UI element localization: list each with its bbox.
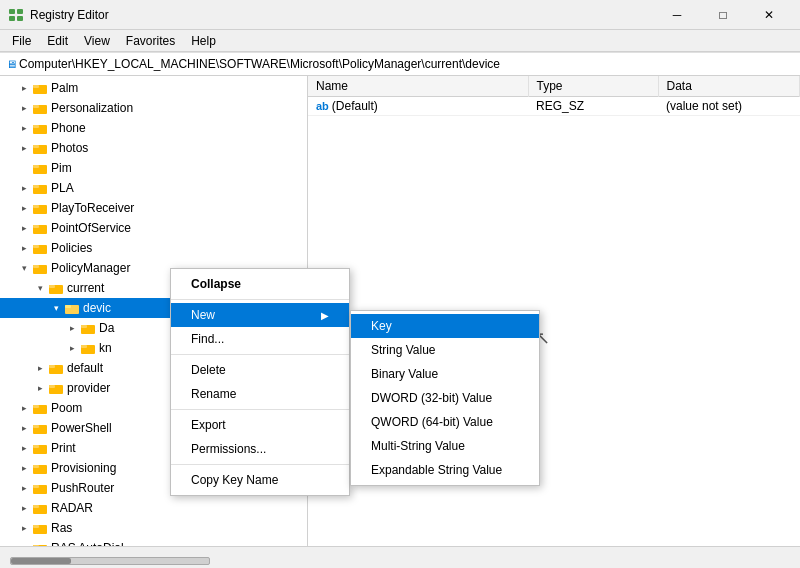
ctx-delete[interactable]: Delete	[171, 358, 349, 382]
svg-rect-15	[33, 185, 39, 188]
tree-item-pim[interactable]: Pim	[0, 158, 307, 178]
menu-view[interactable]: View	[76, 32, 118, 50]
close-button[interactable]: ✕	[746, 0, 792, 30]
submenu-dword[interactable]: DWORD (32-bit) Value	[351, 386, 539, 410]
tree-item-personalization[interactable]: Personalization	[0, 98, 307, 118]
tree-label-kn: kn	[99, 341, 112, 355]
tree-label-pim: Pim	[51, 161, 72, 175]
toggle-print[interactable]	[16, 440, 32, 456]
tree-label-powershell: PowerShell	[51, 421, 112, 435]
toggle-poom[interactable]	[16, 400, 32, 416]
tree-label-palm: Palm	[51, 81, 78, 95]
folder-icon-pointofservice	[32, 221, 48, 235]
tree-label-pla: PLA	[51, 181, 74, 195]
col-type[interactable]: Type	[528, 76, 658, 97]
cell-type: REG_SZ	[528, 97, 658, 116]
tree-item-ras[interactable]: Ras	[0, 518, 307, 538]
toggle-policymanager[interactable]	[16, 260, 32, 276]
tree-label-ras: Ras	[51, 521, 72, 535]
ctx-new[interactable]: New ▶	[171, 303, 349, 327]
svg-rect-43	[33, 465, 39, 468]
toggle-current[interactable]	[32, 280, 48, 296]
toggle-radar[interactable]	[16, 500, 32, 516]
svg-rect-7	[33, 105, 39, 108]
toggle-provider[interactable]	[32, 380, 48, 396]
tree-item-playtoreceiver[interactable]: PlayToReceiver	[0, 198, 307, 218]
submenu-key[interactable]: Key	[351, 314, 539, 338]
ctx-find[interactable]: Find...	[171, 327, 349, 351]
cell-name: ab(Default)	[308, 97, 528, 116]
toggle-ras[interactable]	[16, 520, 32, 536]
submenu-binary-value[interactable]: Binary Value	[351, 362, 539, 386]
tree-item-palm[interactable]: Palm	[0, 78, 307, 98]
address-path[interactable]: Computer\HKEY_LOCAL_MACHINE\SOFTWARE\Mic…	[19, 57, 794, 71]
folder-icon-policymanager	[32, 261, 48, 275]
tree-item-radar[interactable]: RADAR	[0, 498, 307, 518]
toggle-phone[interactable]	[16, 120, 32, 136]
tree-item-phone[interactable]: Phone	[0, 118, 307, 138]
tree-item-photos[interactable]: Photos	[0, 138, 307, 158]
tree-item-rasautodial[interactable]: RAS AutoDial	[0, 538, 307, 546]
toggle-rasautodial[interactable]	[16, 540, 32, 546]
col-name[interactable]: Name	[308, 76, 528, 97]
svg-rect-23	[33, 265, 39, 268]
folder-icon-palm	[32, 81, 48, 95]
toggle-da[interactable]	[64, 320, 80, 336]
ctx-sep1	[171, 299, 349, 300]
ctx-rename[interactable]: Rename	[171, 382, 349, 406]
toggle-default[interactable]	[32, 360, 48, 376]
svg-rect-19	[33, 225, 39, 228]
svg-rect-39	[33, 425, 39, 428]
ctx-copy-key-name[interactable]: Copy Key Name	[171, 468, 349, 492]
ctx-export[interactable]: Export	[171, 413, 349, 437]
col-data[interactable]: Data	[658, 76, 800, 97]
submenu-qword[interactable]: QWORD (64-bit) Value	[351, 410, 539, 434]
toggle-photos[interactable]	[16, 140, 32, 156]
ctx-sep4	[171, 464, 349, 465]
toggle-palm[interactable]	[16, 80, 32, 96]
svg-rect-35	[49, 385, 55, 388]
table-row[interactable]: ab(Default) REG_SZ (value not set)	[308, 97, 800, 116]
toggle-pointofservice[interactable]	[16, 220, 32, 236]
ctx-permissions[interactable]: Permissions...	[171, 437, 349, 461]
svg-rect-9	[33, 125, 39, 128]
tree-item-policies[interactable]: Policies	[0, 238, 307, 258]
folder-icon-provider	[48, 381, 64, 395]
toggle-playtoreceiver[interactable]	[16, 200, 32, 216]
toggle-device[interactable]	[48, 300, 64, 316]
menu-help[interactable]: Help	[183, 32, 224, 50]
toggle-personalization[interactable]	[16, 100, 32, 116]
tree-label-default: default	[67, 361, 103, 375]
submenu-multi-string[interactable]: Multi-String Value	[351, 434, 539, 458]
toggle-kn[interactable]	[64, 340, 80, 356]
maximize-button[interactable]: □	[700, 0, 746, 30]
tree-label-policies: Policies	[51, 241, 92, 255]
toggle-provisioning[interactable]	[16, 460, 32, 476]
folder-icon-radar	[32, 501, 48, 515]
tree-label-rasautodial: RAS AutoDial	[51, 541, 124, 546]
toggle-pushrouter[interactable]	[16, 480, 32, 496]
toggle-powershell[interactable]	[16, 420, 32, 436]
cell-data: (value not set)	[658, 97, 800, 116]
toggle-policies[interactable]	[16, 240, 32, 256]
folder-icon-device	[64, 301, 80, 315]
minimize-button[interactable]: ─	[654, 0, 700, 30]
tree-label-playtoreceiver: PlayToReceiver	[51, 201, 134, 215]
submenu: Key String Value Binary Value DWORD (32-…	[350, 310, 540, 486]
submenu-expandable-string[interactable]: Expandable String Value	[351, 458, 539, 482]
menu-edit[interactable]: Edit	[39, 32, 76, 50]
ctx-collapse[interactable]: Collapse	[171, 272, 349, 296]
svg-rect-21	[33, 245, 39, 248]
menu-favorites[interactable]: Favorites	[118, 32, 183, 50]
toggle-pla[interactable]	[16, 180, 32, 196]
ctx-sep2	[171, 354, 349, 355]
svg-rect-0	[9, 9, 15, 14]
tree-item-pla[interactable]: PLA	[0, 178, 307, 198]
submenu-string-value[interactable]: String Value	[351, 338, 539, 362]
address-icon: 🖥	[6, 58, 17, 70]
tree-label-personalization: Personalization	[51, 101, 133, 115]
menu-file[interactable]: File	[4, 32, 39, 50]
folder-icon-phone	[32, 121, 48, 135]
status-bar	[0, 546, 800, 568]
tree-item-pointofservice[interactable]: PointOfService	[0, 218, 307, 238]
